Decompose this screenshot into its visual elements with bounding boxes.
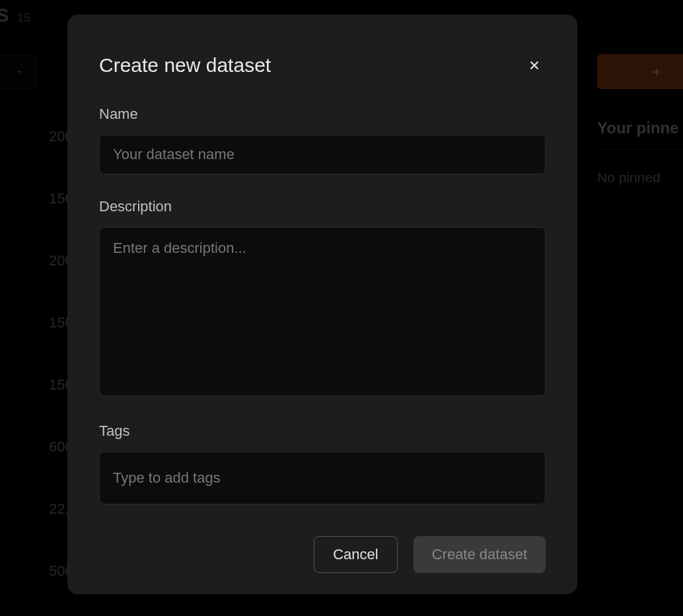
- create-dataset-modal: Create new dataset Name Description Tags…: [67, 15, 577, 594]
- close-icon: [527, 58, 542, 73]
- close-button[interactable]: [523, 54, 546, 77]
- description-field-group: Description: [99, 198, 546, 399]
- tags-field-group: Tags: [99, 423, 546, 504]
- name-field-group: Name: [99, 106, 546, 174]
- modal-footer: Cancel Create dataset: [99, 536, 546, 573]
- description-input[interactable]: [99, 227, 546, 396]
- tags-input-container[interactable]: [99, 452, 546, 504]
- create-dataset-button[interactable]: Create dataset: [413, 536, 546, 573]
- modal-title: Create new dataset: [99, 54, 271, 77]
- name-input[interactable]: [99, 135, 546, 174]
- tags-input[interactable]: [113, 469, 532, 487]
- modal-header: Create new dataset: [99, 54, 546, 77]
- tags-label: Tags: [99, 423, 546, 440]
- description-label: Description: [99, 198, 546, 215]
- name-label: Name: [99, 106, 546, 123]
- cancel-button[interactable]: Cancel: [314, 536, 397, 573]
